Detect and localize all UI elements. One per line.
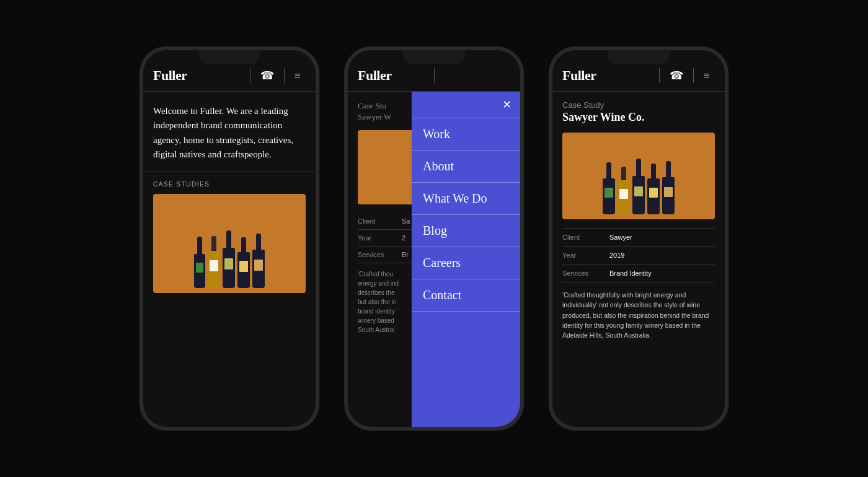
bottle-label bbox=[196, 263, 203, 273]
bottle-c1 bbox=[603, 162, 615, 214]
divider-3b bbox=[693, 68, 694, 83]
phone-3-content: Case Study Sawyer Wine Co. bbox=[552, 92, 725, 427]
screen-1: Fuller ☎ ≡ Welcome to Fuller. We are a l… bbox=[143, 50, 316, 427]
case-study-label-3: Case Study bbox=[562, 100, 715, 110]
nav-item-blog[interactable]: Blog bbox=[412, 215, 520, 247]
bottle-c4 bbox=[647, 164, 660, 214]
meta-row-3-services: Services Brand Identity bbox=[562, 265, 715, 282]
bottle-body bbox=[208, 251, 220, 288]
bottle-label bbox=[254, 260, 263, 271]
bottle-body bbox=[237, 252, 250, 288]
phone-2: Fuller Case Stu Sawyer W bbox=[344, 46, 524, 431]
divider-2 bbox=[434, 68, 435, 83]
nav-item-what-we-do[interactable]: What We Do bbox=[412, 183, 520, 215]
nav-close-row: ✕ bbox=[412, 92, 520, 118]
divider-1a bbox=[250, 68, 250, 83]
divider-1b bbox=[284, 68, 285, 83]
notch-3 bbox=[608, 50, 670, 64]
phone-icon-3[interactable]: ☎ bbox=[665, 69, 688, 82]
nav-overlay: ✕ Work About What We Do Blog Careers bbox=[412, 92, 520, 427]
nav-close-button[interactable]: ✕ bbox=[502, 98, 512, 112]
bottle-neck bbox=[256, 234, 261, 250]
bottle-1 bbox=[194, 237, 205, 288]
bottle-3 bbox=[223, 230, 235, 288]
wine-image-3 bbox=[562, 133, 715, 219]
logo-2[interactable]: Fuller bbox=[358, 68, 429, 84]
logo-1[interactable]: Fuller bbox=[153, 68, 245, 84]
meta-row-3-year: Year 2019 bbox=[562, 247, 715, 265]
bottle-c2 bbox=[618, 167, 630, 214]
wine-image-1 bbox=[153, 194, 306, 293]
case-studies-label: CASE STUDIES bbox=[143, 172, 316, 194]
nav-item-careers[interactable]: Careers bbox=[412, 247, 520, 279]
screen-3: Fuller ☎ ≡ Case Study Sawyer Wine Co. bbox=[552, 50, 725, 427]
bottle-5 bbox=[252, 234, 265, 288]
case-study-title-3: Sawyer Wine Co. bbox=[562, 111, 715, 124]
bottle-c5 bbox=[662, 161, 675, 214]
meta-rows-3: Client Sawyer Year 2019 Services Brand I… bbox=[562, 228, 715, 282]
bottle-body bbox=[223, 248, 235, 288]
menu-icon-3[interactable]: ≡ bbox=[699, 69, 715, 82]
phone-2-content: Case Stu Sawyer W bbox=[348, 92, 520, 427]
meta-row-3-client: Client Sawyer bbox=[562, 229, 715, 247]
notch-2 bbox=[403, 50, 465, 64]
bottle-neck bbox=[211, 236, 216, 251]
phone-3: Fuller ☎ ≡ Case Study Sawyer Wine Co. bbox=[549, 46, 728, 431]
nav-item-work[interactable]: Work bbox=[412, 118, 520, 151]
bottles-3 bbox=[603, 159, 675, 219]
bottle-label bbox=[210, 260, 218, 271]
bottle-label bbox=[224, 258, 233, 269]
bottle-body bbox=[252, 250, 265, 288]
logo-3[interactable]: Fuller bbox=[562, 68, 654, 84]
quote-text-3: 'Crafted thoughtfully with bright energy… bbox=[562, 290, 715, 340]
divider-3a bbox=[659, 68, 660, 83]
bottle-4 bbox=[237, 237, 250, 288]
bottle-neck bbox=[241, 237, 246, 252]
nav-item-contact[interactable]: Contact bbox=[412, 279, 520, 312]
bottles-1 bbox=[194, 230, 265, 293]
bottle-label bbox=[239, 261, 248, 272]
bottle-neck bbox=[197, 237, 202, 254]
notch-1 bbox=[198, 50, 260, 64]
phone-1: Fuller ☎ ≡ Welcome to Fuller. We are a l… bbox=[140, 46, 319, 431]
bottle-neck bbox=[226, 230, 231, 248]
menu-icon-1[interactable]: ≡ bbox=[290, 69, 306, 82]
bottle-body bbox=[194, 254, 205, 288]
phone-icon-1[interactable]: ☎ bbox=[255, 69, 279, 82]
nav-item-about[interactable]: About bbox=[412, 151, 520, 183]
bottle-2 bbox=[208, 236, 220, 288]
screen-2: Fuller Case Stu Sawyer W bbox=[348, 50, 520, 427]
bottle-c3 bbox=[632, 159, 645, 214]
hero-text: Welcome to Fuller. We are a leading inde… bbox=[143, 92, 316, 172]
